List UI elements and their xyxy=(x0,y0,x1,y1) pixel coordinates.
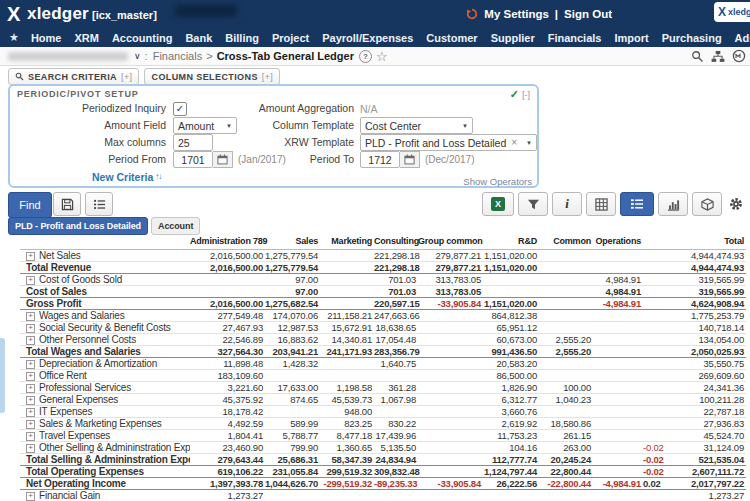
expand-icon[interactable]: + xyxy=(26,492,35,501)
export-excel-button[interactable]: X xyxy=(482,192,514,216)
row-label[interactable]: +Depreciation & Amortization xyxy=(20,358,190,370)
menu-item-billing[interactable]: Billing xyxy=(225,32,259,44)
cell-value xyxy=(320,262,374,274)
menu-item-xrm[interactable]: XRM xyxy=(74,32,98,44)
expand-icon[interactable]: + xyxy=(26,408,35,417)
row-label[interactable]: +Other Selling & Admininstration Expense… xyxy=(20,442,190,454)
expand-icon[interactable]: + xyxy=(26,396,35,405)
period-to-input[interactable]: 1712 xyxy=(360,151,400,168)
environment-label: [icx_master] xyxy=(92,9,157,21)
grid-view-button[interactable] xyxy=(586,192,616,216)
cell-value: 319,565.99 xyxy=(660,274,746,286)
filter-button[interactable] xyxy=(518,192,548,216)
saved-searches-button[interactable] xyxy=(85,192,113,216)
row-label[interactable]: +Social Security & Benefit Costs xyxy=(20,322,190,334)
expand-icon[interactable]: + xyxy=(26,432,35,441)
expand-badge[interactable]: [+] xyxy=(262,72,273,82)
row-label[interactable]: +Net Sales xyxy=(20,250,190,262)
sitemap-icon[interactable] xyxy=(711,50,725,63)
tab-account[interactable]: Account xyxy=(151,217,200,235)
menu-item-administration[interactable]: Administration xyxy=(735,32,750,44)
cell-value: 17,054.48 xyxy=(374,334,418,346)
table-row: Total Wages and Salaries327,564.30203,94… xyxy=(20,346,746,358)
main-menu: ★ HomeXRMAccountingBankBillingProjectPay… xyxy=(0,28,750,47)
my-settings-link[interactable]: My Settings xyxy=(484,8,549,20)
menu-item-home[interactable]: Home xyxy=(31,32,62,44)
expand-icon[interactable]: + xyxy=(26,360,35,369)
row-label[interactable]: +Other Personnel Costs xyxy=(20,334,190,346)
favorites-star-icon[interactable]: ★ xyxy=(9,31,19,44)
redacted-username xyxy=(175,5,237,17)
tab-pld-report[interactable]: PLD - Profit and Loss Detailed xyxy=(8,217,148,235)
window-icon[interactable] xyxy=(732,49,746,63)
row-label[interactable]: +Travel Expenses xyxy=(20,430,190,442)
show-operators-link[interactable]: Show Operators xyxy=(463,176,532,187)
context-caret-icon[interactable]: ∨ xyxy=(134,51,141,61)
chart-view-button[interactable] xyxy=(658,192,688,216)
row-label[interactable]: +General Expenses xyxy=(20,394,190,406)
expand-icon[interactable]: + xyxy=(26,312,35,321)
search-icon[interactable] xyxy=(691,50,704,63)
cell-value: 27,936.83 xyxy=(660,418,746,430)
menu-item-project[interactable]: Project xyxy=(272,32,309,44)
favorite-page-icon[interactable]: ☆ xyxy=(376,49,388,64)
menu-item-purchasing[interactable]: Purchasing xyxy=(662,32,722,44)
cell-value: -0.02 xyxy=(643,466,660,478)
save-criteria-button[interactable] xyxy=(53,192,81,216)
expand-icon[interactable]: + xyxy=(26,276,35,285)
cell-value xyxy=(593,262,643,274)
expand-badge[interactable]: [+] xyxy=(121,72,132,82)
period-from-input[interactable]: 1701 xyxy=(173,151,213,168)
row-label[interactable]: +Professional Services xyxy=(20,382,190,394)
collapse-panel-button[interactable]: [-] xyxy=(522,90,530,100)
clear-icon[interactable]: × xyxy=(511,137,517,148)
panel-edge-handle[interactable] xyxy=(0,338,5,413)
expand-icon[interactable]: + xyxy=(26,252,35,261)
expand-icon[interactable]: + xyxy=(26,444,35,453)
menu-item-customer[interactable]: Customer xyxy=(426,32,477,44)
cell-value: -33,905.84 xyxy=(418,478,483,490)
menu-item-financials[interactable]: Financials xyxy=(548,32,602,44)
expand-icon[interactable]: + xyxy=(26,384,35,393)
history-icon[interactable] xyxy=(466,8,478,20)
cell-value: 1,273.27 xyxy=(660,490,746,501)
new-criteria-link[interactable]: New Criteria xyxy=(92,171,153,183)
cell-value xyxy=(593,358,643,370)
find-button[interactable]: Find xyxy=(8,192,52,218)
periodized-inquiry-checkbox[interactable]: ✓ xyxy=(173,102,187,116)
cell-value: -4,984.91 xyxy=(593,298,643,310)
menu-item-import[interactable]: Import xyxy=(614,32,648,44)
menu-item-payroll-expenses[interactable]: Payroll/Expenses xyxy=(322,32,413,44)
help-icon[interactable]: ? xyxy=(359,50,372,63)
expand-icon[interactable]: + xyxy=(26,336,35,345)
table-row: +Wages and Salaries277,549.48174,070.062… xyxy=(20,310,746,322)
menu-item-supplier[interactable]: Supplier xyxy=(491,32,535,44)
search-criteria-tab[interactable]: SEARCH CRITERIA [+] xyxy=(8,68,139,85)
xrw-template-combobox[interactable]: PLD - Profit and Loss Detailed × ▼ xyxy=(360,134,537,151)
calendar-icon[interactable] xyxy=(400,151,420,168)
menu-item-accounting[interactable]: Accounting xyxy=(112,32,173,44)
sign-out-link[interactable]: Sign Out xyxy=(564,8,612,20)
row-label[interactable]: +Cost of Goods Sold xyxy=(20,274,190,286)
row-label[interactable]: +Sales & Marketing Expenses xyxy=(20,418,190,430)
expand-icon[interactable]: + xyxy=(26,324,35,333)
cell-value: 1,124,797.44 xyxy=(483,466,539,478)
settings-gear-button[interactable] xyxy=(728,196,744,212)
column-selections-tab[interactable]: COLUMN SELECTIONS [+] xyxy=(144,68,280,85)
row-label: Total Wages and Salaries xyxy=(20,346,190,358)
expand-icon[interactable]: + xyxy=(26,420,35,429)
column-template-select[interactable]: Cost Center ▼ xyxy=(360,117,473,134)
max-columns-input[interactable]: 25 xyxy=(173,134,213,151)
breadcrumb-root[interactable]: Financials xyxy=(153,50,203,62)
row-label[interactable]: +IT Expenses xyxy=(20,406,190,418)
menu-item-bank[interactable]: Bank xyxy=(185,32,212,44)
row-label[interactable]: +Financial Gain xyxy=(20,490,190,501)
row-label[interactable]: +Office Rent xyxy=(20,370,190,382)
cell-value: 45,539.73 xyxy=(320,394,374,406)
cell-value: 313,783.05 xyxy=(418,274,483,286)
cube-view-button[interactable] xyxy=(692,192,722,216)
expand-icon[interactable]: + xyxy=(26,372,35,381)
info-button[interactable]: i xyxy=(552,192,582,216)
detail-view-button-selected[interactable] xyxy=(620,192,654,216)
row-label[interactable]: +Wages and Salaries xyxy=(20,310,190,322)
